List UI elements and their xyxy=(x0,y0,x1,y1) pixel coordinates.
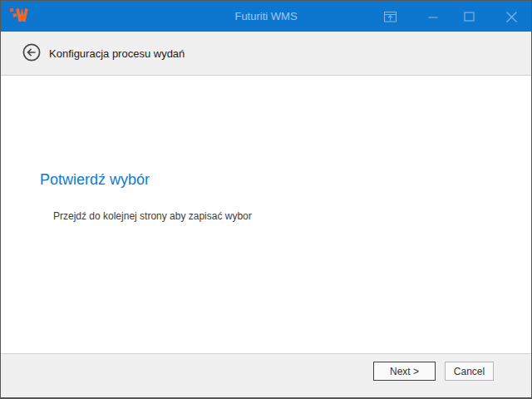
close-button[interactable] xyxy=(493,1,530,32)
title-bar[interactable]: Futuriti WMS xyxy=(1,1,531,32)
futuriti-logo-icon xyxy=(7,5,31,27)
popout-window-button[interactable] xyxy=(372,1,408,32)
minimize-icon xyxy=(428,10,438,23)
app-window: Futuriti WMS xyxy=(0,0,532,399)
wizard-page: Potwierdź wybór Przejdź do kolejnej stro… xyxy=(1,76,531,353)
step-heading: Potwierdź wybór xyxy=(40,171,150,189)
wizard-footer: Next > Cancel xyxy=(1,353,531,397)
maximize-icon xyxy=(464,10,475,23)
step-instruction: Przejdź do kolejnej strony aby zapisać w… xyxy=(53,210,252,222)
back-button[interactable] xyxy=(22,44,41,62)
page-header: Konfiguracja procesu wydań xyxy=(1,32,531,76)
cancel-button[interactable]: Cancel xyxy=(445,362,494,381)
close-icon xyxy=(505,10,518,23)
minimize-button[interactable] xyxy=(415,1,451,32)
page-title: Konfiguracja procesu wydań xyxy=(49,47,185,60)
maximize-button[interactable] xyxy=(451,1,487,32)
popout-window-icon xyxy=(383,10,397,23)
next-button[interactable]: Next > xyxy=(373,362,436,381)
back-arrow-icon xyxy=(22,43,41,64)
